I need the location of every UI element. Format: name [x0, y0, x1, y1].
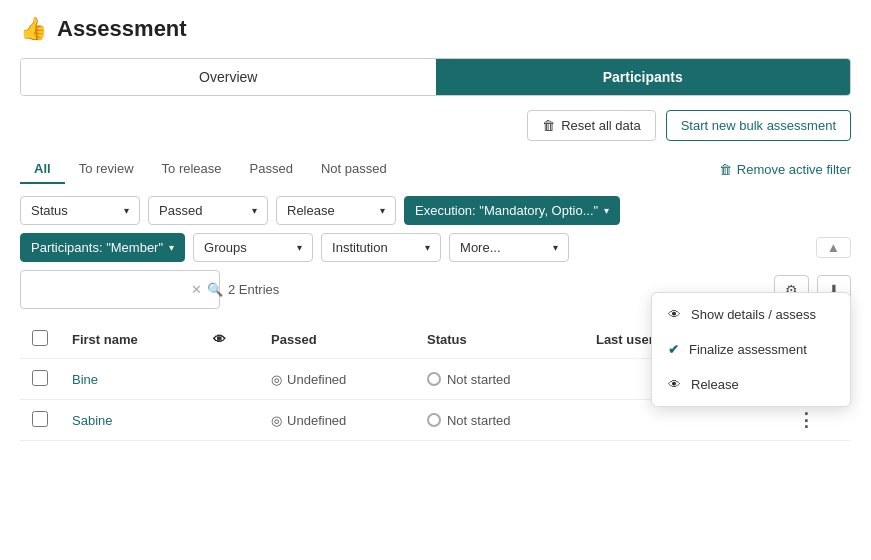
search-input[interactable] — [31, 282, 191, 297]
chevron-down-icon: ▾ — [252, 205, 257, 216]
status-circle-icon — [427, 372, 441, 386]
thumb-icon: 👍 — [20, 16, 47, 42]
toolbar: 🗑 Reset all data Start new bulk assessme… — [20, 110, 851, 141]
row-eye — [201, 359, 259, 400]
col-eye: 👁 — [201, 321, 259, 359]
context-menu: 👁 Show details / assess ✔ Finalize asses… — [651, 292, 851, 407]
col-first-name: First name — [60, 321, 201, 359]
row-checkbox-cell — [20, 359, 60, 400]
chevron-down-icon: ▾ — [425, 242, 430, 253]
tab-participants[interactable]: Participants — [436, 59, 851, 95]
first-name-link[interactable]: Bine — [72, 372, 98, 387]
col-passed: Passed — [259, 321, 415, 359]
row-checkbox[interactable] — [32, 370, 48, 386]
chevron-down-icon: ▾ — [380, 205, 385, 216]
filter-tab-not-passed[interactable]: Not passed — [307, 155, 401, 184]
first-name-link[interactable]: Sabine — [72, 413, 112, 428]
target-icon: ◎ — [271, 372, 282, 387]
chevron-down-icon: ▾ — [169, 242, 174, 253]
remove-active-filter[interactable]: 🗑 Remove active filter — [719, 162, 851, 177]
row-first-name: Sabine — [60, 400, 201, 441]
row-actions-icon[interactable]: ⋮ — [797, 410, 815, 430]
search-box: ✕ 🔍 — [20, 270, 220, 309]
filter-dropdowns-row2: Participants: "Member" ▾ Groups ▾ Instit… — [20, 233, 851, 262]
page-header: 👍 Assessment — [20, 16, 851, 42]
check-icon: ✔ — [668, 342, 679, 357]
tab-overview[interactable]: Overview — [21, 59, 436, 95]
main-tabs: Overview Participants — [20, 58, 851, 96]
chevron-down-icon: ▾ — [124, 205, 129, 216]
filter-icon: 🗑 — [719, 162, 732, 177]
context-menu-finalize[interactable]: ✔ Finalize assessment — [652, 332, 850, 367]
col-status: Status — [415, 321, 584, 359]
reset-data-button[interactable]: 🗑 Reset all data — [527, 110, 656, 141]
filter-tab-passed[interactable]: Passed — [236, 155, 307, 184]
bulk-assessment-button[interactable]: Start new bulk assessment — [666, 110, 851, 141]
groups-dropdown[interactable]: Groups ▾ — [193, 233, 313, 262]
select-all-checkbox[interactable] — [32, 330, 48, 346]
context-menu-show-details[interactable]: 👁 Show details / assess — [652, 297, 850, 332]
row-passed: ◎ Undefined — [259, 400, 415, 441]
status-dropdown[interactable]: Status ▾ — [20, 196, 140, 225]
trash-icon: 🗑 — [542, 118, 555, 133]
participants-dropdown[interactable]: Participants: "Member" ▾ — [20, 233, 185, 262]
institution-dropdown[interactable]: Institution ▾ — [321, 233, 441, 262]
passed-dropdown[interactable]: Passed ▾ — [148, 196, 268, 225]
chevron-down-icon: ▾ — [553, 242, 558, 253]
target-icon: ◎ — [271, 413, 282, 428]
row-checkbox[interactable] — [32, 411, 48, 427]
filter-tab-to-release[interactable]: To release — [148, 155, 236, 184]
select-all-checkbox-header — [20, 321, 60, 359]
more-dropdown[interactable]: More... ▾ — [449, 233, 569, 262]
row-status: Not started — [415, 359, 584, 400]
release-dropdown[interactable]: Release ▾ — [276, 196, 396, 225]
row-passed: ◎ Undefined — [259, 359, 415, 400]
eye-icon: 👁 — [668, 307, 681, 322]
page-title: Assessment — [57, 16, 187, 42]
row-first-name: Bine — [60, 359, 201, 400]
chevron-down-icon: ▾ — [604, 205, 609, 216]
filter-tab-to-review[interactable]: To review — [65, 155, 148, 184]
row-checkbox-cell — [20, 400, 60, 441]
execution-dropdown[interactable]: Execution: "Mandatory, Optio..." ▾ — [404, 196, 620, 225]
filter-tabs: All To review To release Passed Not pass… — [20, 155, 851, 184]
release-icon: 👁 — [668, 377, 681, 392]
search-icon[interactable]: 🔍 — [202, 277, 228, 302]
filter-dropdowns-row1: Status ▾ Passed ▾ Release ▾ Execution: "… — [20, 196, 851, 225]
collapse-filters-button[interactable]: ▲ — [816, 237, 851, 258]
status-circle-icon — [427, 413, 441, 427]
row-status: Not started — [415, 400, 584, 441]
filter-tab-all[interactable]: All — [20, 155, 65, 184]
context-menu-release[interactable]: 👁 Release — [652, 367, 850, 402]
chevron-down-icon: ▾ — [297, 242, 302, 253]
row-eye — [201, 400, 259, 441]
clear-search-icon[interactable]: ✕ — [191, 282, 202, 297]
